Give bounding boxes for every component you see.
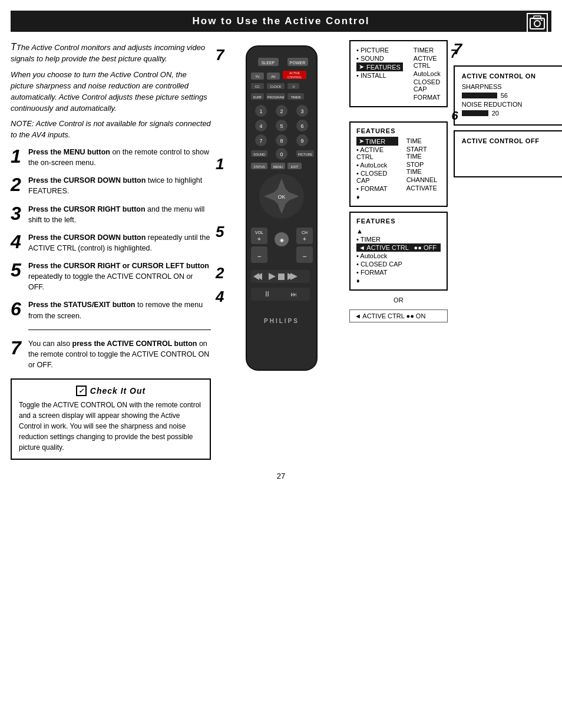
step-label-7-right: 7 <box>454 40 562 58</box>
left-column: TThe Active Control monitors and adjusts… <box>11 40 211 460</box>
menu-panel-2-right: TIME START TIME STOP TIME CHANNEL ACTIVA… <box>406 137 441 201</box>
menu-item-start-time: START TIME <box>406 145 441 160</box>
active-off-title: ACTIVE CONTROL OFF <box>462 137 562 144</box>
or-active-ctrl-row: ◄ ACTIVE CTRL ●● ON <box>349 309 448 322</box>
svg-text:7: 7 <box>259 138 262 144</box>
svg-text:⊕: ⊕ <box>292 85 295 88</box>
remote-area: 7 1 5 2 4 <box>217 40 343 384</box>
menu-panel-1-left: • PICTURE • SOUND ➤FEATURES • INSTALL <box>356 46 403 101</box>
step-7-bold: press the ACTIVE CONTROL button <box>72 340 197 348</box>
step-3-text: Press the CURSOR RIGHT button and the me… <box>28 204 211 225</box>
intro-p1: TThe Active Control monitors and adjusts… <box>11 40 211 65</box>
step-5-bold: Press the CURSOR RIGHT or CURSOR LEFT bu… <box>28 262 209 270</box>
sharpness-value: 56 <box>501 92 508 99</box>
step-7: 7 You can also press the ACTIVE CONTROL … <box>11 338 211 370</box>
check-it-out-body: Toggle the ACTIVE CONTROL ON with the re… <box>19 400 203 453</box>
svg-text:TIMER: TIMER <box>290 95 300 99</box>
step-7-text: You can also press the ACTIVE CONTROL bu… <box>28 338 211 370</box>
svg-text:VOL: VOL <box>255 230 263 235</box>
svg-text:SLEEP: SLEEP <box>262 61 275 65</box>
menu-item-timer-3b: • TIMER <box>356 235 441 243</box>
menu-item-active-ctrl-off: ◄ ACTIVE CTRL ●● OFF <box>356 243 441 252</box>
step-6-spacer: 6 <box>349 112 448 117</box>
step-2-text: Press the CURSOR DOWN button twice to hi… <box>28 175 211 196</box>
menu-item-timer: TIMER <box>414 46 441 54</box>
menu-item-closed-cap-2: • CLOSED CAP <box>356 169 398 185</box>
step-7-number: 7 <box>11 338 24 357</box>
noise-value: 20 <box>492 110 499 117</box>
active-panels-col: 7 ACTIVE CONTROL ON SHARPNESS 56 <box>454 40 562 384</box>
svg-text:◉: ◉ <box>280 238 284 243</box>
step-5-number: 5 <box>11 261 24 279</box>
noise-label: NOISE REDUCTION <box>462 101 523 108</box>
svg-text:MENU: MENU <box>273 165 283 169</box>
step-overlay-4: 4 <box>216 288 224 306</box>
svg-rect-1 <box>534 16 541 19</box>
svg-text:STATUS: STATUS <box>254 165 266 169</box>
sharpness-label: SHARPNESS <box>462 83 502 90</box>
svg-text:9: 9 <box>300 138 303 144</box>
svg-text:4: 4 <box>259 123 262 129</box>
menu-item-sound: • SOUND <box>356 54 403 62</box>
step-6-text: Press the STATUS/EXIT button to remove t… <box>28 299 211 321</box>
menu-item-closed-cap-3: • CLOSED CAP <box>356 260 441 268</box>
header-icon <box>527 13 548 34</box>
menu-item-timer-highlighted: ➤TIMER <box>356 137 398 146</box>
menu-item-autolock-2: • AutoLock <box>356 161 398 169</box>
check-icon: ✓ <box>76 386 87 396</box>
svg-text:0: 0 <box>280 151 283 157</box>
svg-text:TV: TV <box>255 75 260 78</box>
svg-text:SURF: SURF <box>253 95 263 99</box>
page-number-text: 27 <box>277 472 285 480</box>
or-text: OR <box>394 297 404 304</box>
step-4-bold: Press the CURSOR DOWN button <box>28 233 146 242</box>
menu-item-diamond-2: ♦ <box>356 193 398 201</box>
svg-text:CONTROL: CONTROL <box>287 75 302 79</box>
menu-panel-1-right: TIMER ACTIVE CTRL AutoLock CLOSED CAP FO… <box>414 46 441 101</box>
svg-text:+: + <box>303 236 306 242</box>
svg-text:OK: OK <box>277 194 285 200</box>
svg-text:⏭: ⏭ <box>290 291 297 298</box>
svg-text:CLOCK: CLOCK <box>270 85 282 88</box>
sharpness-bar-container: 56 <box>462 92 508 99</box>
svg-text:5: 5 <box>280 123 283 129</box>
menu-panel-1-content: • PICTURE • SOUND ➤FEATURES • INSTALL TI… <box>356 46 441 101</box>
step-6-number: 6 <box>11 299 24 318</box>
menu-panel-2-title: FEATURES <box>356 127 441 134</box>
step-1: 1 Press the MENU button on the remote co… <box>11 147 211 168</box>
step-5-text: Press the CURSOR RIGHT or CURSOR LEFT bu… <box>28 261 211 292</box>
svg-text:EXIT: EXIT <box>291 165 299 169</box>
step-6-bold: Press the STATUS/EXIT button <box>28 301 135 309</box>
menu-item-format-2: • FORMAT <box>356 185 398 193</box>
menu-item-features-highlighted: ➤FEATURES <box>356 62 403 71</box>
page-header: How to Use the Active Control <box>11 11 551 32</box>
menu-panel-3-items: ▲ • TIMER ◄ ACTIVE CTRL ●● OFF • AutoLoc… <box>356 227 441 285</box>
page-number: 27 <box>0 472 562 480</box>
svg-text:POWER: POWER <box>290 61 305 65</box>
menu-item-format-1: FORMAT <box>414 93 441 101</box>
menu-item-activate: ACTIVATE <box>406 184 441 192</box>
svg-text:CC: CC <box>255 85 260 88</box>
noise-bar-row: 20 <box>462 110 562 117</box>
header-title: How to Use the Active Control <box>192 15 369 27</box>
step-4-number: 4 <box>11 232 24 251</box>
svg-point-2 <box>534 21 540 27</box>
svg-text:ACTIVE: ACTIVE <box>289 71 300 75</box>
svg-text:3: 3 <box>300 108 303 114</box>
step-overlay-5-left: 5 <box>216 223 224 241</box>
step-2: 2 Press the CURSOR DOWN button twice to … <box>11 175 211 196</box>
check-it-out-title: ✓ Check It Out <box>19 386 203 396</box>
menu-item-autolock-3: • AutoLock <box>356 252 441 260</box>
menu-panel-2: FEATURES ➤TIMER • ACTIVE CTRL • AutoLock… <box>349 121 448 207</box>
menu-item-timer-3: ▲ <box>356 227 441 235</box>
noise-bar-container: 20 <box>462 110 499 117</box>
menu-item-stop-time: STOP TIME <box>406 160 441 176</box>
step-1-bold: Press the MENU button <box>28 148 110 156</box>
svg-text:CH: CH <box>302 230 308 235</box>
right-column: 7 1 5 2 4 <box>217 40 562 460</box>
menu-item-picture: • PICTURE <box>356 46 403 54</box>
step-divider <box>28 330 211 330</box>
menu-panel-1: • PICTURE • SOUND ➤FEATURES • INSTALL TI… <box>349 40 448 107</box>
intro-text: TThe Active Control monitors and adjusts… <box>11 40 211 141</box>
menu-panel-3-title: FEATURES <box>356 218 441 225</box>
